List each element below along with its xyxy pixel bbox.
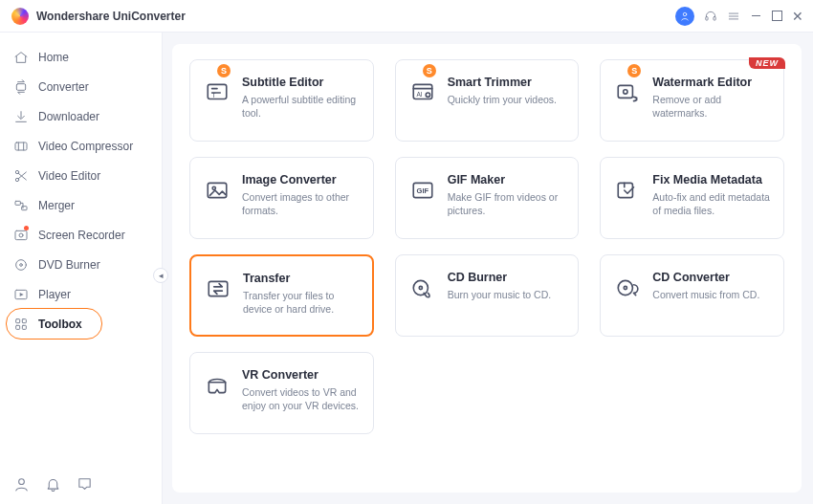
converter-icon: [13, 79, 29, 95]
sidebar-item-downloader[interactable]: Downloader: [0, 101, 162, 131]
card-desc: Convert music from CD.: [652, 288, 770, 301]
svg-rect-1: [706, 16, 708, 19]
card-watermark-editor[interactable]: SNEWWatermark EditorRemove or add waterm…: [600, 59, 784, 142]
sidebar-item-screen-recorder[interactable]: Screen Recorder: [0, 220, 162, 250]
user-avatar[interactable]: [675, 7, 694, 26]
gif-icon: GIF: [409, 177, 436, 204]
sidebar-item-converter[interactable]: Converter: [0, 72, 162, 101]
svg-rect-14: [16, 318, 20, 322]
card-desc: Remove or add watermarks.: [652, 93, 770, 120]
sidebar-collapse[interactable]: ◂: [153, 268, 168, 283]
card-desc: Convert videos to VR and enjoy on your V…: [242, 385, 360, 412]
card-subtitle-editor[interactable]: STSubtitle EditorA powerful subtitle edi…: [189, 59, 374, 142]
sidebar-nav: HomeConverterDownloaderVideo CompressorV…: [0, 42, 162, 465]
card-title: Subtitle Editor: [242, 76, 360, 89]
card-title: Transfer: [243, 272, 359, 285]
badge-s: S: [423, 64, 436, 77]
sidebar-item-label: Downloader: [38, 110, 99, 123]
svg-rect-2: [714, 16, 715, 19]
card-title: GIF Maker: [448, 173, 565, 186]
svg-rect-7: [15, 201, 20, 205]
sidebar-item-home[interactable]: Home: [0, 42, 162, 72]
svg-rect-9: [15, 230, 27, 239]
download-icon: [13, 109, 29, 124]
image-icon: [204, 177, 231, 204]
watermark-icon: [614, 79, 641, 106]
card-desc: A powerful subtitle editing tool.: [242, 93, 360, 120]
headset-icon[interactable]: [704, 10, 717, 23]
card-image-converter[interactable]: Image ConverterConvert images to other f…: [189, 157, 374, 239]
card-vr-converter[interactable]: VR ConverterConvert videos to VR and enj…: [189, 352, 374, 434]
titlebar: Wondershare UniConverter ✕: [0, 0, 813, 33]
brand: Wondershare UniConverter: [11, 8, 186, 25]
home-icon: [13, 50, 29, 65]
ai-trim-icon: AI: [409, 79, 436, 106]
compress-icon: [13, 139, 29, 154]
card-title: CD Converter: [652, 271, 770, 284]
sidebar-item-video-editor[interactable]: Video Editor: [0, 161, 162, 190]
svg-point-0: [683, 12, 687, 16]
svg-point-33: [419, 286, 422, 289]
app-logo: [11, 8, 29, 25]
main-panel: STSubtitle EditorA powerful subtitle edi…: [172, 44, 802, 493]
svg-point-10: [19, 233, 23, 237]
svg-rect-3: [16, 83, 25, 90]
svg-point-23: [426, 93, 429, 97]
cd-conv-icon: [614, 274, 641, 301]
badge-s: S: [627, 64, 641, 77]
card-desc: Auto-fix and edit metadata of media file…: [652, 190, 770, 217]
hamburger-icon[interactable]: [727, 10, 740, 23]
vr-icon: [204, 372, 231, 399]
merger-icon: [13, 198, 29, 213]
svg-rect-31: [209, 281, 228, 296]
sidebar-item-label: Video Compressor: [38, 140, 133, 153]
svg-text:AI: AI: [416, 91, 422, 98]
card-smart-trimmer[interactable]: SAISmart TrimmerQuickly trim your videos…: [395, 59, 580, 142]
card-fix-media-metadata[interactable]: Fix Media MetadataAuto-fix and edit meta…: [600, 157, 784, 239]
window-maximize[interactable]: [771, 11, 782, 22]
app-title: Wondershare UniConverter: [36, 10, 186, 23]
subtitle-icon: T: [204, 79, 231, 106]
sidebar-item-dvd-burner[interactable]: DVD Burner: [0, 250, 162, 279]
svg-rect-16: [16, 325, 20, 329]
badge-s: S: [217, 64, 231, 77]
user-outline-icon[interactable]: [13, 476, 30, 493]
card-cd-burner[interactable]: CD BurnerBurn your music to CD.: [395, 254, 580, 337]
svg-point-27: [212, 186, 215, 189]
card-title: Smart Trimmer: [448, 76, 565, 89]
card-desc: Quickly trim your videos.: [448, 93, 565, 106]
svg-point-25: [624, 90, 627, 94]
card-transfer[interactable]: TransferTransfer your files to device or…: [189, 254, 374, 337]
titlebar-actions: ✕: [675, 7, 803, 26]
sidebar-item-toolbox[interactable]: Toolbox: [0, 309, 162, 339]
sidebar-item-merger[interactable]: Merger: [0, 190, 162, 220]
scissors-icon: [13, 168, 29, 184]
sidebar-item-player[interactable]: Player: [0, 279, 162, 309]
sidebar-bottom: [0, 465, 162, 504]
svg-rect-15: [22, 318, 26, 322]
card-title: Fix Media Metadata: [652, 173, 770, 186]
card-cd-converter[interactable]: CD ConverterConvert music from CD.: [600, 254, 784, 337]
svg-rect-24: [619, 85, 633, 98]
card-gif-maker[interactable]: GIFGIF MakerMake GIF from videos or pict…: [395, 157, 580, 239]
chat-icon[interactable]: [77, 476, 93, 493]
metadata-icon: [614, 177, 641, 204]
grid-icon: [13, 317, 29, 332]
sidebar-item-label: DVD Burner: [38, 258, 100, 272]
svg-rect-17: [22, 325, 26, 329]
bell-icon[interactable]: [45, 476, 61, 493]
window-minimize[interactable]: [750, 11, 761, 22]
sidebar-item-video-compressor[interactable]: Video Compressor: [0, 131, 162, 161]
sidebar-item-label: Toolbox: [38, 318, 82, 331]
cd-burn-icon: [409, 274, 436, 301]
window-close[interactable]: ✕: [792, 11, 803, 22]
card-desc: Burn your music to CD.: [448, 288, 565, 301]
badge-new: NEW: [749, 57, 785, 69]
sidebar-item-label: Video Editor: [38, 169, 100, 183]
sidebar-item-label: Player: [38, 288, 71, 301]
svg-rect-8: [22, 206, 27, 209]
svg-point-11: [16, 259, 27, 270]
svg-point-34: [619, 280, 633, 295]
sidebar-item-label: Home: [38, 51, 69, 64]
transfer-icon: [205, 275, 231, 302]
